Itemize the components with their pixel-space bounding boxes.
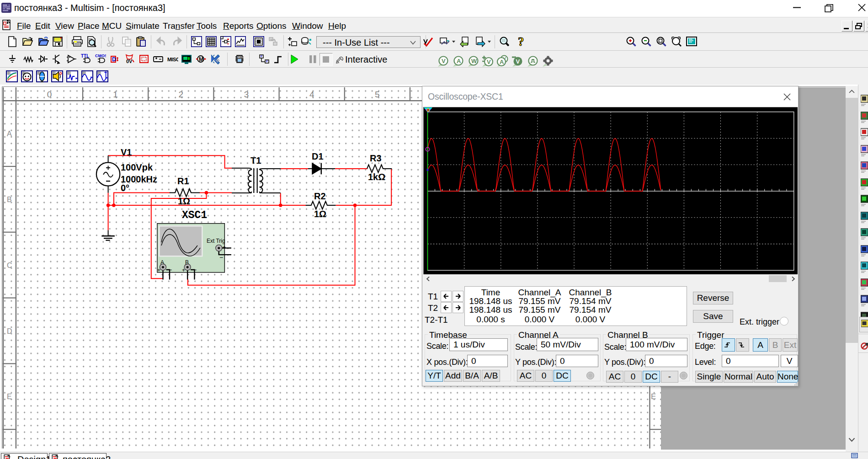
svg-text:1: 1 [113, 90, 118, 99]
svg-text:1Ω: 1Ω [178, 196, 190, 206]
svg-text:?: ? [518, 36, 524, 47]
svg-text:4: 4 [309, 90, 314, 99]
svg-text:1kΩ: 1kΩ [368, 172, 385, 182]
svg-text:−: − [193, 266, 197, 273]
svg-text:CMOS: CMOS [95, 53, 106, 58]
svg-text:M: M [199, 56, 203, 63]
svg-text:E: E [7, 393, 12, 400]
svg-text:W: W [471, 58, 477, 64]
svg-text:T1: T1 [250, 155, 261, 165]
svg-text:R2: R2 [314, 191, 326, 201]
svg-text:V1: V1 [121, 147, 132, 157]
svg-text:MCU: MCU [237, 56, 244, 59]
svg-text:0: 0 [47, 90, 52, 99]
svg-text:V: V [487, 59, 491, 65]
svg-text:0V: 0V [126, 59, 133, 64]
svg-text:+: + [157, 267, 160, 273]
svg-text:XSC1: XSC1 [182, 209, 207, 221]
svg-text:R1: R1 [177, 176, 189, 186]
svg-text:MISC: MISC [167, 57, 178, 62]
svg-text:A: A [7, 130, 12, 138]
svg-text:B: B [185, 259, 189, 266]
svg-text:2: 2 [179, 90, 184, 99]
svg-text:A: A [160, 259, 164, 266]
svg-text:1Ω: 1Ω [314, 209, 326, 219]
svg-text:D: D [112, 56, 116, 63]
svg-text:3: 3 [244, 90, 249, 99]
svg-text:5: 5 [375, 90, 380, 99]
svg-text:D: D [7, 327, 12, 335]
svg-text:0°: 0° [121, 183, 129, 193]
svg-text:V: V [516, 58, 520, 65]
svg-text:C: C [7, 262, 12, 269]
svg-text:D1: D1 [312, 151, 324, 161]
svg-text:A: A [457, 58, 461, 64]
svg-text:Ext Trig: Ext Trig [207, 238, 225, 244]
svg-text:V: V [442, 58, 446, 64]
svg-text:E: E [651, 392, 656, 401]
svg-text:100Vpk: 100Vpk [121, 162, 153, 172]
svg-text:B: B [7, 196, 12, 203]
svg-text:−: − [219, 254, 223, 261]
svg-text:A: A [500, 59, 504, 65]
svg-text:+: + [182, 267, 185, 273]
svg-text:−: − [168, 266, 172, 273]
svg-text:+: + [223, 244, 226, 251]
svg-text:R3: R3 [370, 153, 382, 163]
